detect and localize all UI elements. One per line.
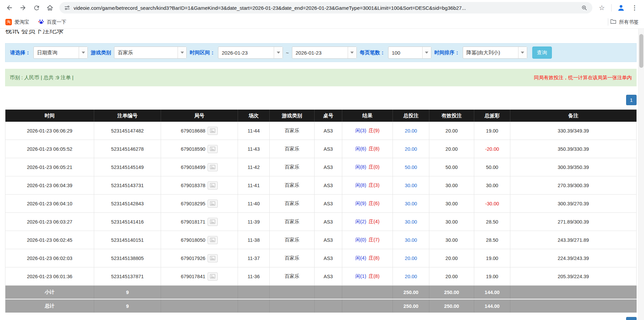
picture-icon xyxy=(210,201,215,206)
total-bet-link[interactable]: 20.00 xyxy=(405,274,417,279)
page-content: 视讯 会员下注纪录 请选择： 日期查询 游戏类别 百家乐 时间区间： 2026-… xyxy=(0,30,644,313)
chevron-down-icon[interactable] xyxy=(178,47,186,58)
chevron-down-icon[interactable] xyxy=(79,47,87,58)
round-number: 679018499 xyxy=(181,165,206,170)
date-start-select[interactable]: 2026-01-23 xyxy=(218,47,283,59)
all-bookmarks-button[interactable]: 所有书签 xyxy=(610,19,639,25)
total-bet-link[interactable]: 30.00 xyxy=(405,201,417,206)
total-bet-link[interactable]: 20.00 xyxy=(405,146,417,152)
round-image-button[interactable] xyxy=(208,163,218,171)
round-image-button[interactable] xyxy=(208,127,218,135)
bookmark-baidu[interactable]: 百度一下 xyxy=(38,19,66,26)
chevron-down-icon[interactable] xyxy=(422,47,431,58)
subtotal-count: 9 xyxy=(94,286,161,299)
total-bet-link[interactable]: 30.00 xyxy=(405,237,417,243)
currency-summary: 币别 : 人民币 | 总共 :9 注单 | xyxy=(10,75,74,81)
round-number: 679017841 xyxy=(181,274,206,279)
bookmark-taobao[interactable]: 淘 爱淘宝 xyxy=(5,19,29,25)
round-number: 679018688 xyxy=(181,128,206,134)
cell-payout: 28.50 xyxy=(474,231,510,249)
cell-total-bet: 20.00 xyxy=(393,267,429,286)
result-banker: 庄(8) xyxy=(369,273,379,280)
result-player: 闲(0) xyxy=(355,237,366,243)
query-type-select[interactable]: 日期查询 xyxy=(33,47,88,59)
cell-bet-id: 523145140151 xyxy=(94,231,161,249)
cell-table-no: AS3 xyxy=(315,267,342,286)
chevron-down-icon[interactable] xyxy=(348,47,356,58)
cell-time: 2026-01-23 06:05:21 xyxy=(5,158,94,176)
cell-session: 11-42 xyxy=(238,158,270,176)
scrollbar[interactable] xyxy=(638,29,644,320)
round-image-button[interactable] xyxy=(208,145,218,153)
round-image-button[interactable] xyxy=(208,272,218,281)
forward-button[interactable] xyxy=(17,2,29,14)
cell-session: 11-37 xyxy=(238,249,270,267)
total-bet-link[interactable]: 30.00 xyxy=(405,183,417,188)
pagination-page-1[interactable]: 1 xyxy=(626,95,637,105)
cell-payout: -20.00 xyxy=(474,140,510,158)
subtotal-row: 小计 9 250.00 250.00 144.00 xyxy=(5,286,637,299)
total-bet-link[interactable]: 20.00 xyxy=(405,256,417,261)
cell-round: 679017841 xyxy=(161,267,238,286)
zoom-icon[interactable] xyxy=(581,5,588,11)
search-button[interactable]: 查询 xyxy=(532,47,552,59)
game-type-select[interactable]: 百家乐 xyxy=(114,47,187,59)
sort-order-select[interactable]: 降冪(由大到小) xyxy=(463,47,527,59)
result-player: 闲(4) xyxy=(355,255,366,261)
total-bet-link[interactable]: 50.00 xyxy=(405,165,417,170)
page-size-select[interactable]: 100 xyxy=(388,47,431,59)
result-banker: 庄(8) xyxy=(369,255,379,261)
round-image-button[interactable] xyxy=(208,218,218,226)
cell-note: 224.39/243.39 xyxy=(510,249,637,267)
cell-result: 闲(2) 庄(4) xyxy=(342,213,393,231)
filter-bar: 请选择： 日期查询 游戏类别 百家乐 时间区间： 2026-01-23 ~ 20… xyxy=(5,43,637,62)
cell-payout: 19.00 xyxy=(474,122,510,140)
subtotal-empty-cell xyxy=(270,286,315,299)
chevron-down-icon[interactable] xyxy=(274,47,283,58)
chevron-down-icon[interactable] xyxy=(518,47,527,58)
cell-table-no: AS3 xyxy=(315,122,342,140)
subtotal-empty-cell xyxy=(161,286,238,299)
round-number: 679018171 xyxy=(181,219,206,225)
table-row: 2026-01-23 06:04:39 523145143731 6790183… xyxy=(5,176,637,195)
address-bar[interactable]: videoie.com/game/betrecord_search/kind3?… xyxy=(59,2,592,13)
cell-valid-bet: 20.00 xyxy=(429,122,474,140)
round-image-button[interactable] xyxy=(208,236,218,244)
total-empty-cell xyxy=(270,299,315,313)
home-button[interactable] xyxy=(44,2,56,14)
profile-avatar[interactable] xyxy=(615,2,627,14)
total-bet-link[interactable]: 30.00 xyxy=(405,219,417,225)
bookmark-star-icon[interactable]: ☆ xyxy=(596,2,608,14)
cell-note: 350.39/330.39 xyxy=(510,140,637,158)
cell-time: 2026-01-23 06:06:29 xyxy=(5,122,94,140)
menu-kebab-icon[interactable]: ⋮ xyxy=(628,2,641,14)
refresh-button[interactable] xyxy=(30,2,43,14)
total-bet-link[interactable]: 20.00 xyxy=(405,128,417,134)
back-button[interactable] xyxy=(3,2,16,14)
total-empty-cell xyxy=(161,299,238,313)
round-image-button[interactable] xyxy=(208,254,218,262)
cell-note: 270.39/300.39 xyxy=(510,176,637,195)
cell-bet-id: 523145137871 xyxy=(94,267,161,286)
subtotal-label: 小计 xyxy=(5,286,94,299)
round-image-button[interactable] xyxy=(208,200,218,208)
picture-icon xyxy=(210,274,215,279)
site-settings-icon[interactable] xyxy=(64,5,70,11)
refresh-icon xyxy=(33,4,40,11)
url-text[interactable]: videoie.com/game/betrecord_search/kind3?… xyxy=(74,5,578,11)
cell-total-bet: 30.00 xyxy=(393,176,429,195)
bookmark-label: 百度一下 xyxy=(47,19,66,25)
cell-bet-id: 523145146278 xyxy=(94,140,161,158)
pagination-bottom-partial[interactable]: 1 xyxy=(626,317,637,320)
picture-icon xyxy=(210,220,215,224)
total-empty-cell xyxy=(315,299,342,313)
cell-session: 11-39 xyxy=(238,213,270,231)
date-end-select[interactable]: 2026-01-23 xyxy=(292,47,357,59)
cell-result: 闲(6) 庄(8) xyxy=(342,140,393,158)
scrollbar-thumb[interactable] xyxy=(639,34,643,68)
cell-session: 11-40 xyxy=(238,195,270,213)
forward-arrow-icon xyxy=(19,4,27,11)
total-empty-cell xyxy=(510,299,637,313)
result-player: 闲(9) xyxy=(355,200,366,207)
round-image-button[interactable] xyxy=(208,181,218,190)
